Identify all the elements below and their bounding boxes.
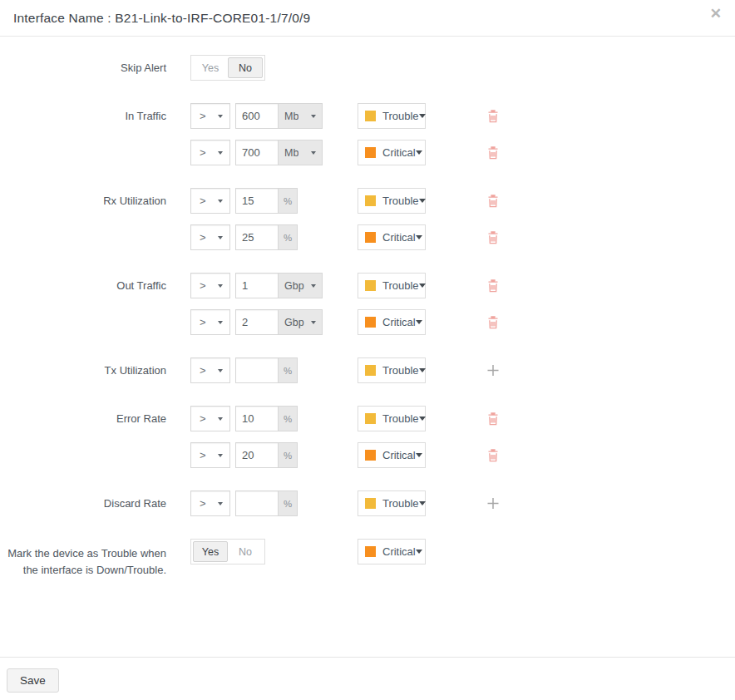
threshold-value-input[interactable] [236, 443, 278, 467]
severity-color-swatch [365, 365, 376, 376]
toggle-option-yes[interactable]: Yes [193, 57, 228, 78]
interface-alert-modal: Interface Name : B21-Link-to-IRF-CORE01-… [0, 0, 735, 700]
threshold-value-input[interactable] [236, 407, 278, 431]
yes-no-toggle[interactable]: YesNo [190, 55, 265, 81]
severity-select[interactable]: Trouble [358, 357, 426, 383]
unit-select[interactable]: Mb [278, 104, 322, 128]
unit-label: Mb [284, 111, 298, 122]
group-rows: >%Trouble>%Critical [190, 188, 501, 250]
condition-select[interactable]: > [190, 406, 230, 431]
severity-color-swatch [365, 232, 376, 243]
severity-color-swatch [365, 317, 376, 328]
delete-threshold-button[interactable] [486, 230, 500, 245]
unit-select[interactable]: Gbp [278, 274, 322, 298]
condition-select[interactable]: > [190, 357, 230, 383]
condition-select[interactable]: > [190, 490, 230, 516]
threshold-value-input[interactable] [236, 189, 278, 213]
condition-value: > [200, 146, 206, 159]
severity-select[interactable]: Trouble [358, 103, 426, 129]
severity-select[interactable]: Trouble [358, 188, 426, 214]
trash-icon [486, 109, 500, 124]
severity-select[interactable]: Trouble [358, 490, 426, 516]
save-button[interactable]: Save [7, 668, 59, 693]
delete-threshold-button[interactable] [486, 145, 500, 160]
delete-threshold-button[interactable] [486, 109, 500, 124]
threshold-row: >%Trouble [190, 357, 501, 383]
unit-suffix-label: % [278, 491, 297, 515]
toggle-option-yes[interactable]: Yes [193, 541, 228, 562]
severity-select[interactable]: Critical [358, 442, 426, 468]
delete-threshold-button[interactable] [486, 412, 500, 426]
severity-select[interactable]: Trouble [358, 406, 426, 431]
threshold-value-input[interactable] [236, 140, 278, 165]
threshold-input-cell: % [235, 490, 358, 516]
threshold-value-input[interactable] [236, 104, 278, 128]
threshold-input-cell: % [235, 442, 358, 468]
delete-threshold-button[interactable] [486, 315, 500, 330]
condition-select[interactable]: > [190, 188, 230, 214]
condition-value: > [200, 497, 206, 510]
chevron-down-icon [419, 283, 426, 288]
caret-down-icon [218, 417, 223, 421]
add-threshold-button[interactable] [486, 363, 500, 378]
severity-color-swatch [365, 111, 376, 121]
severity-label: Trouble [382, 110, 419, 122]
form-group-rx-utilization: Rx Utilization>%Trouble>%Critical [0, 188, 735, 250]
unit-suffix-label: % [278, 358, 297, 382]
delete-threshold-button[interactable] [486, 448, 500, 463]
delete-threshold-button[interactable] [486, 194, 500, 209]
threshold-value-input[interactable] [236, 225, 278, 249]
threshold-input-cell: % [235, 357, 358, 383]
condition-value: > [200, 316, 206, 328]
yes-no-toggle[interactable]: YesNo [190, 539, 265, 564]
caret-down-icon [218, 115, 223, 118]
severity-color-swatch [365, 546, 376, 557]
chevron-down-icon [419, 417, 426, 421]
delete-threshold-button[interactable] [486, 279, 500, 293]
condition-select[interactable]: > [190, 140, 230, 165]
severity-select[interactable]: Critical [358, 539, 426, 564]
condition-select[interactable]: > [190, 273, 230, 298]
severity-select[interactable]: Critical [358, 224, 426, 250]
threshold-value-input[interactable] [236, 358, 278, 382]
condition-select[interactable]: > [190, 309, 230, 335]
condition-select[interactable]: > [190, 103, 230, 129]
group-label: Error Rate [0, 406, 166, 468]
threshold-value-input[interactable] [236, 274, 278, 298]
threshold-input-cell: % [235, 188, 358, 214]
severity-select[interactable]: Trouble [358, 273, 426, 298]
threshold-row: >MbTrouble [190, 103, 501, 129]
unit-suffix-label: % [278, 443, 297, 467]
threshold-action-cell [485, 194, 501, 209]
trash-icon [486, 412, 500, 426]
threshold-input-group: Mb [235, 103, 323, 129]
severity-label: Trouble [382, 279, 419, 292]
severity-color-swatch [365, 413, 376, 424]
unit-select[interactable]: Mb [278, 140, 322, 165]
plus-icon [486, 496, 500, 511]
severity-label: Trouble [382, 364, 419, 377]
threshold-action-cell [485, 109, 501, 124]
severity-label: Trouble [382, 195, 419, 207]
unit-select[interactable]: Gbp [278, 310, 322, 334]
add-threshold-button[interactable] [486, 496, 500, 511]
close-icon[interactable]: ✕ [707, 3, 725, 24]
threshold-action-cell [485, 279, 501, 293]
toggle-option-no[interactable]: No [228, 541, 263, 562]
condition-select[interactable]: > [190, 224, 230, 250]
caret-down-icon [311, 151, 316, 155]
chevron-down-icon [416, 235, 422, 239]
form-group-in-traffic: In Traffic>MbTrouble>MbCritical [0, 103, 735, 165]
severity-select[interactable]: Critical [358, 309, 426, 335]
condition-value: > [200, 195, 206, 207]
caret-down-icon [218, 151, 223, 155]
condition-value: > [200, 110, 206, 122]
threshold-value-input[interactable] [236, 310, 278, 334]
threshold-value-input[interactable] [236, 491, 278, 515]
threshold-input-cell: % [235, 406, 358, 431]
toggle-option-no[interactable]: No [228, 57, 263, 78]
severity-select[interactable]: Critical [358, 140, 426, 165]
severity-label: Critical [382, 545, 416, 558]
condition-select[interactable]: > [190, 442, 230, 468]
modal-header: Interface Name : B21-Link-to-IRF-CORE01-… [0, 0, 735, 37]
